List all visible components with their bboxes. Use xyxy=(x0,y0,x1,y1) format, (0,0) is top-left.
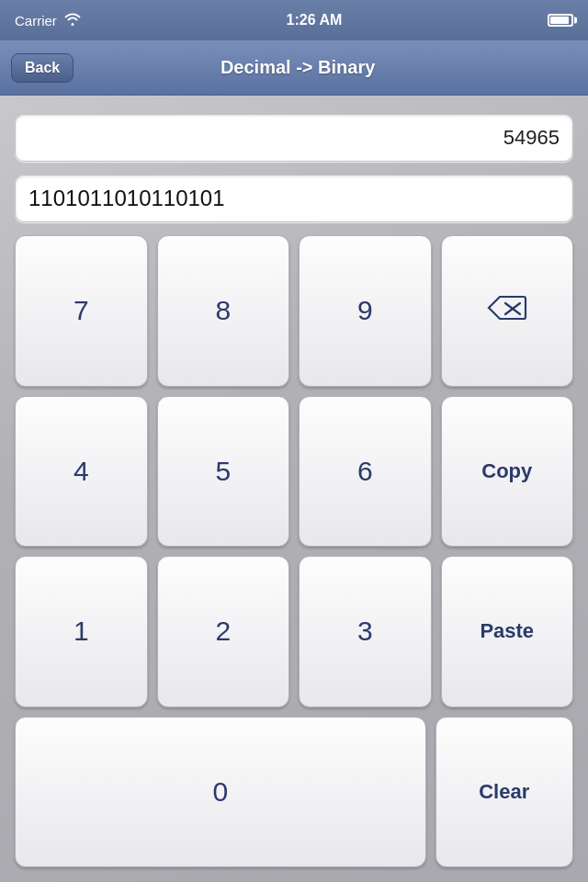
key-4[interactable]: 4 xyxy=(15,396,148,548)
status-right xyxy=(548,14,573,27)
binary-value: 1101011010110101 xyxy=(28,186,225,211)
decimal-input[interactable]: 54965 xyxy=(15,114,573,162)
key-delete[interactable] xyxy=(441,235,574,387)
status-bar: Carrier 1:26 AM xyxy=(0,0,588,40)
main-content: 54965 1101011010110101 7 8 9 xyxy=(0,96,588,882)
status-left: Carrier xyxy=(15,13,81,28)
key-6[interactable]: 6 xyxy=(299,396,432,548)
key-7[interactable]: 7 xyxy=(15,235,148,387)
key-9[interactable]: 9 xyxy=(299,235,432,387)
keypad-row-4: 0 Clear xyxy=(15,717,573,868)
key-2[interactable]: 2 xyxy=(157,556,290,707)
nav-bar: Back Decimal -> Binary xyxy=(0,40,588,96)
key-5[interactable]: 5 xyxy=(157,396,290,548)
nav-title: Decimal -> Binary xyxy=(74,57,522,78)
key-1[interactable]: 1 xyxy=(15,556,148,707)
delete-icon xyxy=(487,295,527,327)
keypad: 7 8 9 4 xyxy=(15,235,573,867)
keypad-row-3: 1 2 3 Paste xyxy=(15,556,573,707)
key-copy[interactable]: Copy xyxy=(441,396,574,548)
status-time: 1:26 AM xyxy=(287,12,343,28)
key-0[interactable]: 0 xyxy=(15,717,426,868)
back-button[interactable]: Back xyxy=(11,53,74,83)
battery-icon xyxy=(548,14,573,27)
keypad-row-2: 4 5 6 Copy xyxy=(15,396,573,548)
keypad-row-1: 7 8 9 xyxy=(15,235,573,387)
binary-output: 1101011010110101 xyxy=(15,175,573,222)
key-clear[interactable]: Clear xyxy=(435,717,574,868)
key-8[interactable]: 8 xyxy=(157,235,290,387)
carrier-label: Carrier xyxy=(15,13,57,28)
decimal-value: 54965 xyxy=(503,126,560,150)
key-paste[interactable]: Paste xyxy=(441,556,574,707)
key-3[interactable]: 3 xyxy=(299,556,432,707)
wifi-icon xyxy=(64,13,81,28)
